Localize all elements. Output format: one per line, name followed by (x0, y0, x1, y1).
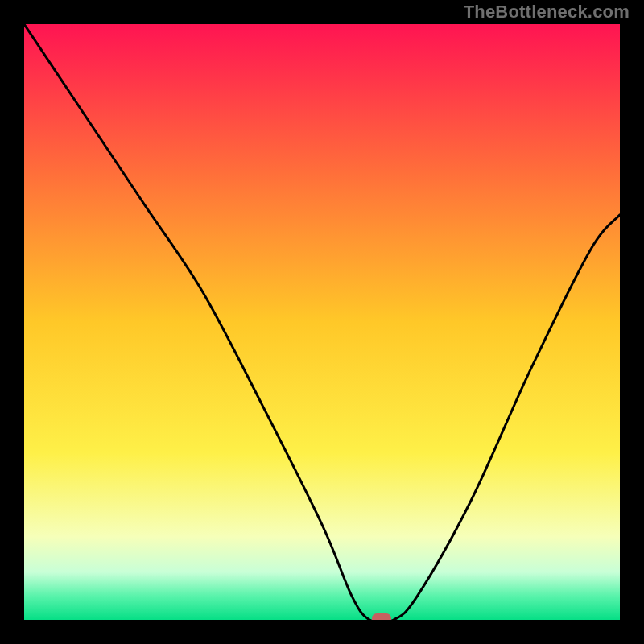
plot-area (24, 24, 620, 620)
watermark-text: TheBottleneck.com (464, 2, 630, 23)
chart-frame: TheBottleneck.com (0, 0, 644, 644)
bottleneck-curve-chart (24, 24, 620, 620)
gradient-background (24, 24, 620, 620)
optimal-marker (372, 613, 391, 620)
